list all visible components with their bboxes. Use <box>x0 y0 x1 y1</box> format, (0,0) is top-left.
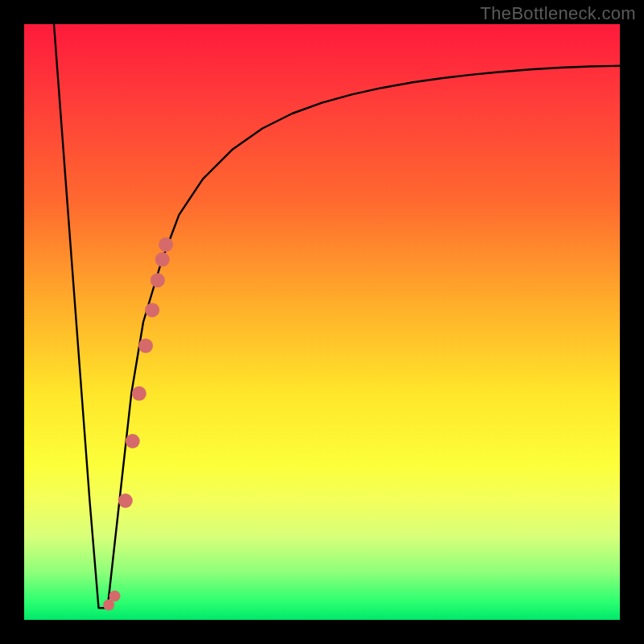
highlight-dot <box>126 434 140 448</box>
curve-path <box>54 24 620 608</box>
chart-overlay <box>0 0 644 644</box>
highlight-dot <box>151 273 165 287</box>
highlight-dot <box>109 590 121 601</box>
highlight-dot <box>118 493 133 508</box>
chart-frame: TheBottleneck.com <box>0 0 644 644</box>
highlight-dot <box>159 237 173 252</box>
highlight-dot <box>155 252 170 266</box>
curve-line <box>54 24 620 608</box>
highlight-dot <box>132 386 147 401</box>
highlight-dot <box>138 339 153 353</box>
highlight-dot <box>145 303 159 317</box>
